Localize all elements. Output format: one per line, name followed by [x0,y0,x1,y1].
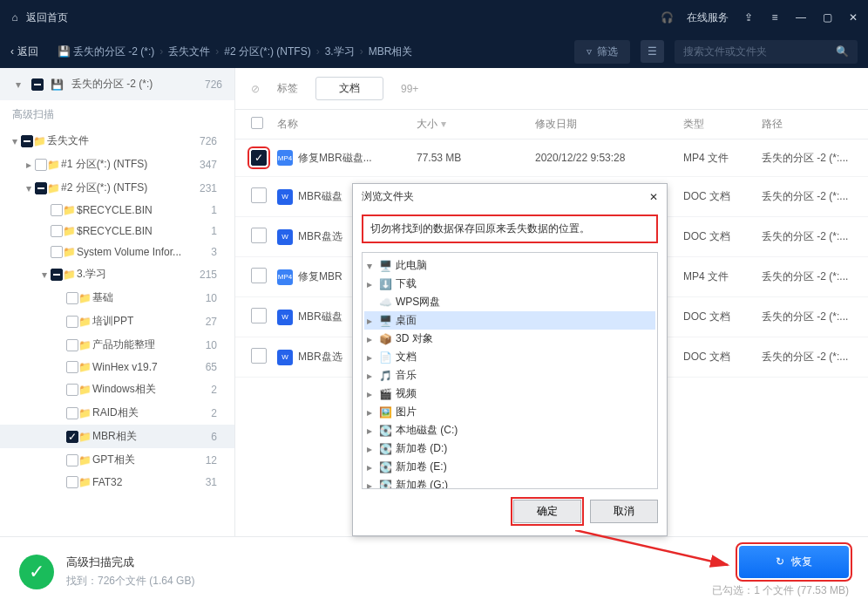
checkbox[interactable] [66,292,78,304]
share-icon[interactable]: ⇪ [743,11,755,24]
dialog-tree-item[interactable]: ▸💽新加卷 (D:) [364,439,655,458]
row-checkbox[interactable] [251,348,267,364]
expand-icon[interactable]: ▸ [364,351,375,364]
checkbox[interactable] [21,135,33,147]
maximize-icon[interactable]: ▢ [821,11,833,24]
menu-icon[interactable]: ≡ [769,11,781,24]
checkbox[interactable] [66,361,78,373]
expand-icon[interactable]: ▸ [364,425,375,437]
cancel-button[interactable]: 取消 [590,500,658,523]
row-checkbox[interactable] [251,308,267,323]
dialog-tree-item[interactable]: ▸🖼️图片 [364,403,655,421]
checkbox[interactable] [66,384,78,396]
expand-icon[interactable]: ▾ [364,260,375,272]
table-row[interactable]: ✓MP4修复MBR磁盘...77.53 MB2020/12/22 9:53:28… [235,140,868,177]
sidebar-item[interactable]: 📁 RAID相关2 [0,401,234,425]
sidebar-item[interactable]: 📁 $RECYCLE.BIN1 [0,221,234,242]
home-icon[interactable]: ⌂ [9,11,21,24]
expand-icon[interactable]: ▸ [364,315,375,327]
sidebar-item[interactable]: ▾ 📁 3.学习215 [0,262,234,286]
tab-more[interactable]: 99+ [401,83,418,95]
view-toggle[interactable]: ☰ [641,40,664,63]
col-size[interactable]: 大小▾ [417,117,535,132]
filter-button[interactable]: ▿筛选 [574,40,630,64]
expand-icon[interactable]: ▾ [38,269,51,281]
sidebar-item[interactable]: 📁 FAT3231 [0,472,234,493]
sidebar-item[interactable]: 📁 产品功能整理10 [0,333,234,357]
expand-icon[interactable]: ▾ [23,182,35,194]
col-name[interactable]: 名称 [277,117,417,132]
sidebar-item[interactable]: 📁 GPT相关12 [0,448,234,472]
expand-icon[interactable]: ▸ [364,480,375,490]
tab-tags[interactable]: 标签 [277,81,298,96]
dialog-tree-item[interactable]: ▸🎵音乐 [364,366,655,385]
minimize-icon[interactable]: — [795,11,807,24]
checkbox[interactable] [31,78,44,91]
checkbox[interactable] [51,246,63,258]
expand-icon[interactable]: ▾ [9,135,21,147]
checkbox[interactable] [51,225,63,237]
row-checkbox[interactable] [251,187,267,203]
tag-icon[interactable]: ⊘ [251,83,260,95]
dialog-tree-item[interactable]: ▸💽本地磁盘 (C:) [364,421,655,439]
search-input[interactable]: 搜索文件或文件夹🔍 [675,40,858,64]
dialog-tree-item[interactable]: ▸💽新加卷 (E:) [364,458,655,476]
expand-icon[interactable]: ▸ [364,443,375,455]
expand-icon[interactable]: ▸ [364,461,375,473]
crumb-0[interactable]: 丢失的分区 -2 (*:) [73,44,154,59]
expand-icon[interactable]: ▸ [364,370,375,382]
sidebar-item[interactable]: ▾ 📁 丢失文件726 [0,129,234,153]
row-checkbox[interactable] [251,268,267,283]
crumb-3[interactable]: 3.学习 [325,44,355,59]
row-checkbox[interactable] [251,228,267,243]
checkbox[interactable] [35,159,47,171]
checkbox[interactable]: ✓ [66,431,78,443]
checkbox[interactable] [51,269,63,281]
checkbox[interactable] [66,339,78,351]
dialog-tree-item[interactable]: ▸🎬视频 [364,385,655,403]
sidebar-item[interactable]: 📁 基础10 [0,286,234,310]
back-button[interactable]: ‹ 返回 [10,44,38,59]
dialog-tree-item[interactable]: ▾🖥️此电脑 [364,256,655,275]
expand-icon[interactable]: ▸ [23,159,35,171]
dialog-tree-item[interactable]: ▸📦3D 对象 [364,330,655,348]
sidebar-item[interactable]: 📁 $RECYCLE.BIN1 [0,200,234,221]
sidebar-item[interactable]: 📁 WinHex v19.765 [0,357,234,378]
ok-button[interactable]: 确定 [513,500,581,523]
crumb-1[interactable]: 丢失文件 [168,44,210,59]
expand-icon[interactable]: ▸ [364,406,375,419]
sidebar-item[interactable]: 📁 Windows相关2 [0,378,234,401]
checkbox[interactable] [66,316,78,328]
sidebar-item[interactable]: 📁 培训PPT27 [0,310,234,333]
checkbox[interactable] [51,204,63,216]
checkbox[interactable] [66,476,78,488]
sidebar-header[interactable]: ▾ 💾 丢失的分区 -2 (*:) 726 [0,68,234,100]
row-checkbox[interactable]: ✓ [251,150,267,166]
dialog-tree-item[interactable]: ▸💽新加卷 (G:) [364,476,655,489]
crumb-2[interactable]: #2 分区(*:) (NTFS) [224,44,310,59]
col-date[interactable]: 修改日期 [535,117,683,132]
recover-button[interactable]: ↻恢复 [739,546,849,578]
col-path[interactable]: 路径 [762,117,852,132]
crumb-4[interactable]: MBR相关 [369,44,413,59]
dialog-close-icon[interactable]: ✕ [649,191,658,203]
home-label[interactable]: 返回首页 [26,10,68,25]
expand-icon[interactable]: ▸ [364,388,375,400]
checkbox[interactable] [66,454,78,466]
tab-documents[interactable]: 文档 [315,77,383,100]
dialog-tree[interactable]: ▾🖥️此电脑▸⬇️下载☁️WPS网盘▸🖥️桌面▸📦3D 对象▸📄文档▸🎵音乐▸🎬… [362,252,658,489]
expand-icon[interactable]: ▸ [364,278,375,290]
sidebar-item[interactable]: 📁 System Volume Infor...3 [0,242,234,262]
select-all-checkbox[interactable] [251,117,263,129]
chevron-down-icon[interactable]: ▾ [12,78,24,91]
headset-icon[interactable]: 🎧 [661,11,673,24]
checkbox[interactable] [35,182,47,194]
sidebar-item[interactable]: ▸ 📁 #1 分区(*:) (NTFS)347 [0,153,234,176]
dialog-tree-item[interactable]: ☁️WPS网盘 [364,293,655,311]
service-label[interactable]: 在线服务 [687,10,729,25]
col-type[interactable]: 类型 [683,117,762,132]
dialog-tree-item[interactable]: ▸🖥️桌面 [364,311,655,330]
dialog-tree-item[interactable]: ▸📄文档 [364,348,655,366]
sidebar-item[interactable]: ▾ 📁 #2 分区(*:) (NTFS)231 [0,176,234,200]
breadcrumb[interactable]: 丢失的分区 -2 (*:)› 丢失文件› #2 分区(*:) (NTFS)› 3… [73,44,412,59]
